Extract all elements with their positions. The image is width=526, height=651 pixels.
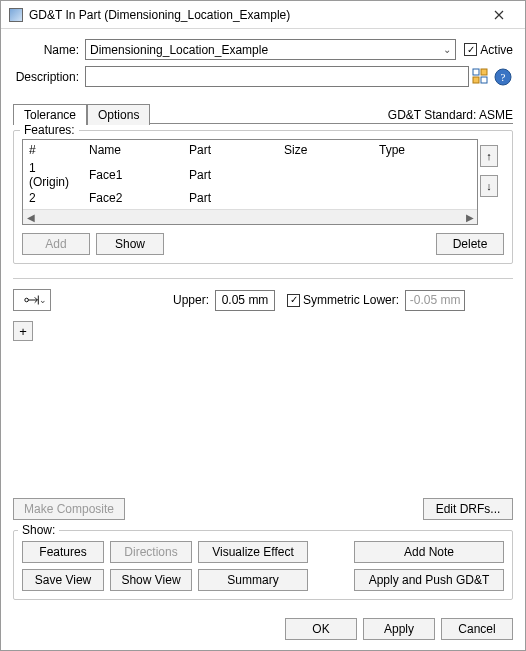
cancel-button[interactable]: Cancel [441, 618, 513, 640]
visualize-effect-button[interactable]: Visualize Effect [198, 541, 308, 563]
tab-tolerance[interactable]: Tolerance [13, 104, 87, 125]
cell-type [373, 160, 477, 190]
grid-properties-icon [472, 68, 490, 86]
description-input[interactable] [85, 66, 469, 87]
dialog-window: GD&T In Part (Dimensioning_Location_Exam… [0, 0, 526, 651]
close-button[interactable] [479, 4, 519, 26]
show-group: Show: Features Directions Visualize Effe… [13, 530, 513, 600]
upper-label: Upper: [173, 293, 209, 307]
svg-rect-1 [481, 69, 487, 75]
app-icon [9, 8, 23, 22]
svg-rect-3 [481, 77, 487, 83]
col-type[interactable]: Type [373, 140, 477, 160]
cell-num: 1 (Origin) [23, 160, 83, 190]
apply-button[interactable]: Apply [363, 618, 435, 640]
titlebar: GD&T In Part (Dimensioning_Location_Exam… [1, 1, 525, 29]
ok-button[interactable]: OK [285, 618, 357, 640]
checkbox-box-icon: ✓ [287, 294, 300, 307]
save-view-button[interactable]: Save View [22, 569, 104, 591]
checkbox-box-icon: ✓ [464, 43, 477, 56]
tolerance-pane: ⌄ Upper: 0.05 mm ✓ Symmetric Lower: -0.0… [13, 289, 513, 520]
tab-baseline [150, 123, 513, 124]
tab-options[interactable]: Options [87, 104, 150, 125]
description-label: Description: [13, 70, 79, 84]
features-title: Features: [20, 123, 79, 137]
svg-text:?: ? [501, 71, 506, 83]
col-size[interactable]: Size [278, 140, 373, 160]
divider-line [13, 278, 513, 279]
name-value: Dimensioning_Location_Example [90, 43, 268, 57]
show-directions-button[interactable]: Directions [110, 541, 192, 563]
grid-properties-button[interactable] [471, 67, 491, 87]
col-num[interactable]: # [23, 140, 83, 160]
col-name[interactable]: Name [83, 140, 183, 160]
name-label: Name: [13, 43, 79, 57]
features-buttons: Add Show Delete [22, 233, 504, 255]
cell-name: Face2 [83, 190, 183, 206]
symmetric-lower-checkbox[interactable]: ✓ Symmetric Lower: [287, 293, 399, 307]
show-features-button[interactable]: Features [22, 541, 104, 563]
apply-push-gdt-button[interactable]: Apply and Push GD&T [354, 569, 504, 591]
col-part[interactable]: Part [183, 140, 278, 160]
chevron-down-icon: ⌄ [443, 44, 451, 55]
active-label: Active [480, 43, 513, 57]
cell-type [373, 190, 477, 206]
make-composite-button[interactable]: Make Composite [13, 498, 125, 520]
name-row: Name: Dimensioning_Location_Example ⌄ ✓ … [13, 39, 513, 60]
tab-strip: Tolerance Options GD&T Standard: ASME [13, 99, 513, 124]
cell-num: 2 [23, 190, 83, 206]
add-note-button[interactable]: Add Note [354, 541, 504, 563]
tolerance-type-dropdown[interactable]: ⌄ [13, 289, 51, 311]
svg-rect-2 [473, 77, 479, 83]
cell-part: Part [183, 190, 278, 206]
chevron-down-icon: ⌄ [39, 295, 47, 305]
table-row[interactable]: 2 Face2 Part [23, 190, 477, 206]
help-icon: ? [494, 68, 512, 86]
cell-part: Part [183, 160, 278, 190]
features-group: Features: # Name Part Size Type [13, 130, 513, 264]
scroll-left-icon[interactable]: ◀ [23, 210, 38, 225]
show-view-button[interactable]: Show View [110, 569, 192, 591]
lower-input: -0.05 mm [405, 290, 465, 311]
table-header-row: # Name Part Size Type [23, 140, 477, 160]
horizontal-scrollbar[interactable]: ◀ ▶ [23, 209, 477, 224]
active-checkbox[interactable]: ✓ Active [464, 43, 513, 57]
close-icon [494, 10, 504, 20]
client-area: Name: Dimensioning_Location_Example ⌄ ✓ … [1, 29, 525, 610]
delete-feature-button[interactable]: Delete [436, 233, 504, 255]
show-title: Show: [18, 523, 59, 537]
add-tolerance-button[interactable]: + [13, 321, 33, 341]
cell-name: Face1 [83, 160, 183, 190]
description-row: Description: ? [13, 66, 513, 87]
show-feature-button[interactable]: Show [96, 233, 164, 255]
dialog-footer: OK Apply Cancel [1, 610, 525, 650]
svg-point-6 [25, 298, 29, 302]
tolerance-row: ⌄ Upper: 0.05 mm ✓ Symmetric Lower: -0.0… [13, 289, 513, 311]
edit-drfs-button[interactable]: Edit DRFs... [423, 498, 513, 520]
name-combo[interactable]: Dimensioning_Location_Example ⌄ [85, 39, 456, 60]
summary-button[interactable]: Summary [198, 569, 308, 591]
gdt-standard-label: GD&T Standard: ASME [388, 108, 513, 122]
move-up-button[interactable]: ↑ [480, 145, 498, 167]
table-row[interactable]: 1 (Origin) Face1 Part [23, 160, 477, 190]
cell-size [278, 190, 373, 206]
reorder-buttons: ↑ ↓ [480, 145, 498, 197]
cell-size [278, 160, 373, 190]
scroll-right-icon[interactable]: ▶ [462, 210, 477, 225]
composite-drf-row: Make Composite Edit DRFs... [13, 498, 513, 520]
help-button[interactable]: ? [493, 67, 513, 87]
features-table[interactable]: # Name Part Size Type 1 (Origin) Face1 [22, 139, 478, 225]
window-title: GD&T In Part (Dimensioning_Location_Exam… [29, 8, 479, 22]
add-feature-button[interactable]: Add [22, 233, 90, 255]
symmetric-lower-label: Symmetric Lower: [303, 293, 399, 307]
upper-input[interactable]: 0.05 mm [215, 290, 275, 311]
move-down-button[interactable]: ↓ [480, 175, 498, 197]
svg-rect-0 [473, 69, 479, 75]
